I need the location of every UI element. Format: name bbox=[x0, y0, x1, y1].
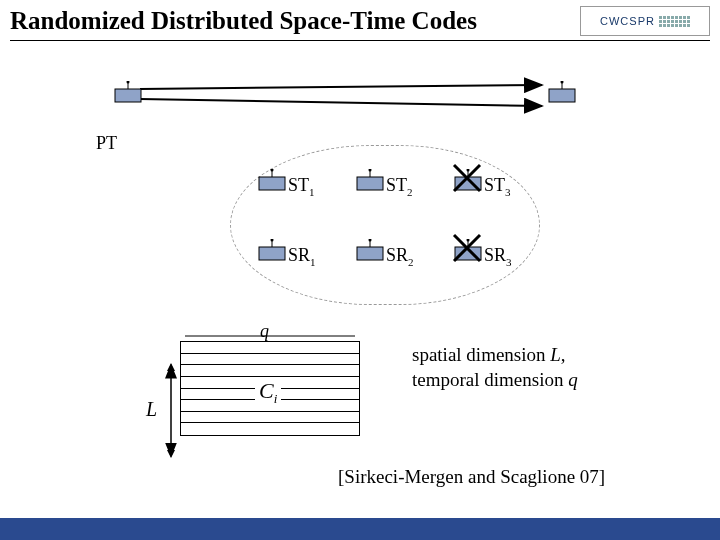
logo: CWCSPR bbox=[580, 6, 710, 36]
citation: [Sirkeci-Mergen and Scaglione 07] bbox=[338, 466, 605, 488]
footer-bar bbox=[0, 518, 720, 540]
svg-rect-11 bbox=[357, 177, 383, 190]
label-st3: ST3 bbox=[484, 175, 511, 198]
dimension-text: spatial dimension L, temporal dimension … bbox=[412, 343, 578, 392]
label-sr3: SR3 bbox=[484, 245, 512, 268]
svg-rect-14 bbox=[455, 177, 481, 190]
pt-text: PT bbox=[96, 133, 117, 153]
page-title: Randomized Distributed Space-Time Codes bbox=[10, 7, 477, 35]
svg-point-27 bbox=[467, 239, 470, 242]
svg-marker-34 bbox=[167, 450, 175, 458]
svg-point-13 bbox=[369, 169, 372, 172]
label-pt: PT bbox=[96, 133, 117, 154]
svg-rect-22 bbox=[357, 247, 383, 260]
label-q: q bbox=[260, 321, 269, 342]
logo-dots bbox=[659, 16, 690, 27]
label-sr1: SR1 bbox=[288, 245, 316, 268]
svg-rect-2 bbox=[115, 89, 141, 102]
label-st2: ST2 bbox=[386, 175, 413, 198]
svg-point-24 bbox=[369, 239, 372, 242]
svg-point-16 bbox=[467, 169, 470, 172]
svg-point-21 bbox=[271, 239, 274, 242]
header: Randomized Distributed Space-Time Codes … bbox=[0, 0, 720, 36]
svg-line-0 bbox=[140, 85, 542, 89]
node-st1 bbox=[258, 169, 286, 191]
svg-rect-25 bbox=[455, 247, 481, 260]
svg-marker-33 bbox=[167, 363, 175, 371]
L-arrow bbox=[165, 363, 177, 458]
svg-point-10 bbox=[271, 169, 274, 172]
node-st2 bbox=[356, 169, 384, 191]
logo-text: CWCSPR bbox=[600, 15, 655, 27]
node-st3 bbox=[454, 169, 482, 191]
label-sr2: SR2 bbox=[386, 245, 414, 268]
svg-point-7 bbox=[561, 81, 564, 84]
svg-rect-5 bbox=[549, 89, 575, 102]
node-sr2 bbox=[356, 239, 384, 261]
svg-line-1 bbox=[140, 99, 542, 106]
label-L: L bbox=[146, 398, 157, 421]
label-st1: ST1 bbox=[288, 175, 315, 198]
svg-rect-19 bbox=[259, 247, 285, 260]
node-pr bbox=[548, 81, 576, 103]
svg-rect-8 bbox=[259, 177, 285, 190]
svg-point-4 bbox=[127, 81, 130, 84]
node-sr3 bbox=[454, 239, 482, 261]
node-pt bbox=[114, 81, 142, 103]
label-Ci: Ci bbox=[255, 378, 281, 407]
node-sr1 bbox=[258, 239, 286, 261]
diagram-canvas: PT ST1 ST2 ST3 SR1 SR2 SR bbox=[0, 41, 720, 501]
